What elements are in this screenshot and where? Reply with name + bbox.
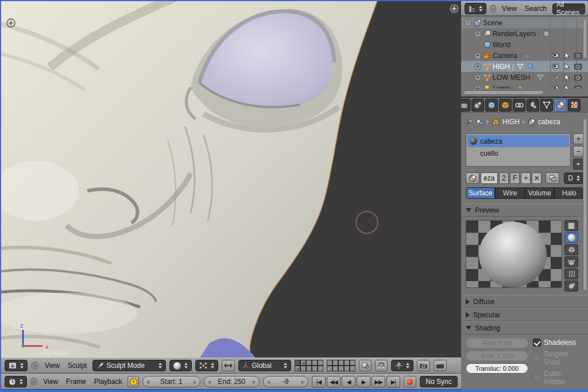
tab-texture[interactable] bbox=[568, 99, 581, 112]
layer-cell[interactable] bbox=[300, 366, 306, 371]
hide-toggle-icon[interactable] bbox=[552, 53, 559, 58]
expand-icon[interactable]: + bbox=[474, 85, 481, 89]
tab-world[interactable] bbox=[485, 99, 498, 112]
pin-icon[interactable] bbox=[466, 118, 473, 126]
layer-cell[interactable] bbox=[300, 360, 306, 366]
end-frame-field[interactable]: End: 250 bbox=[204, 376, 259, 387]
preview-range-toggle[interactable] bbox=[127, 376, 138, 387]
preview-flat-button[interactable] bbox=[564, 220, 578, 231]
selectable-toggle-icon[interactable] bbox=[564, 63, 570, 70]
panel-shading-header[interactable]: Shading bbox=[461, 321, 588, 335]
layer-cell[interactable] bbox=[327, 366, 332, 371]
tab-constraints[interactable] bbox=[513, 99, 525, 112]
outliner-menu-search[interactable]: Search bbox=[523, 5, 549, 13]
panel-specular-header[interactable]: Specular bbox=[461, 308, 588, 321]
breadcrumb-material[interactable]: cabeza bbox=[538, 118, 560, 126]
layer-cell[interactable] bbox=[332, 360, 338, 366]
tab-object[interactable] bbox=[499, 99, 512, 112]
render-toggle-icon[interactable] bbox=[574, 64, 582, 70]
sync-dropdown[interactable]: No Sync bbox=[420, 376, 458, 387]
outliner-row-high[interactable]: + HIGH | bbox=[461, 61, 588, 72]
outliner-horizontal-scrollbar[interactable] bbox=[463, 90, 544, 95]
panel-preview-header[interactable]: Preview bbox=[461, 203, 588, 217]
ambient-slider[interactable]: Amb: 1.000 bbox=[466, 351, 528, 361]
layer-cell[interactable] bbox=[332, 366, 338, 371]
snap-target-dropdown[interactable] bbox=[391, 360, 413, 371]
expand-icon[interactable]: + bbox=[474, 63, 481, 70]
material-slot-cuello[interactable]: cuello bbox=[467, 147, 569, 159]
outliner-row-scene[interactable]: − Scene bbox=[461, 17, 588, 28]
tab-render[interactable] bbox=[461, 99, 470, 112]
translucency-slider[interactable]: Transluc: 0.000 bbox=[466, 363, 528, 374]
mode-volume-button[interactable]: Volume bbox=[525, 187, 554, 199]
hide-toggle-icon[interactable] bbox=[552, 86, 559, 89]
editor-type-dropdown[interactable] bbox=[5, 360, 28, 371]
layer-cell[interactable] bbox=[318, 366, 323, 371]
play-reverse-button[interactable]: ◀ bbox=[342, 376, 355, 387]
npanel-expand-icon[interactable] bbox=[450, 5, 458, 13]
material-slot-list[interactable]: cabeza cuello bbox=[466, 133, 571, 167]
start-frame-field[interactable]: Start: 1 bbox=[142, 376, 201, 387]
viewport-shading-dropdown[interactable] bbox=[169, 360, 192, 371]
fake-user-button[interactable]: F bbox=[510, 172, 520, 184]
tab-object-data[interactable] bbox=[540, 99, 553, 112]
outliner-collapse-button[interactable]: − bbox=[490, 5, 496, 13]
selectable-toggle-icon[interactable] bbox=[564, 52, 570, 59]
layers-widget[interactable] bbox=[295, 360, 355, 371]
material-slot-cabeza[interactable]: cabeza bbox=[467, 135, 569, 147]
jump-to-start-button[interactable]: |◀ bbox=[312, 376, 326, 387]
new-material-button[interactable]: + bbox=[521, 172, 531, 184]
layer-cell[interactable] bbox=[306, 366, 312, 371]
layer-cell[interactable] bbox=[350, 366, 355, 371]
layer-cell[interactable] bbox=[344, 360, 350, 366]
layer-cell[interactable] bbox=[295, 360, 300, 366]
layer-cell[interactable] bbox=[350, 360, 355, 366]
tangent-shad-checkbox[interactable] bbox=[533, 354, 540, 362]
next-keyframe-button[interactable]: ▶▶ bbox=[372, 376, 385, 387]
selectable-toggle-icon[interactable] bbox=[564, 84, 570, 89]
3d-viewport[interactable]: User Ortho (-9) HIGH z x bbox=[1, 1, 461, 358]
tab-scene[interactable] bbox=[471, 99, 484, 112]
outliner-editor-type-dropdown[interactable] bbox=[465, 3, 486, 14]
pivot-point-dropdown[interactable] bbox=[195, 360, 218, 371]
layer-cell[interactable] bbox=[295, 366, 300, 371]
outliner-row-lowmesh[interactable]: + LOW MESH | bbox=[461, 72, 588, 83]
nodes-toggle-button[interactable] bbox=[546, 172, 559, 184]
preview-monkey-button[interactable] bbox=[564, 256, 578, 267]
mode-dropdown[interactable]: Sculpt Mode bbox=[92, 360, 166, 371]
layer-cell[interactable] bbox=[338, 360, 344, 366]
preview-hair-button[interactable] bbox=[564, 268, 578, 279]
expand-icon[interactable]: + bbox=[474, 30, 481, 37]
opengl-render-anim-button[interactable] bbox=[434, 360, 447, 371]
collapse-icon[interactable]: − bbox=[465, 20, 471, 26]
layer-cell[interactable] bbox=[338, 366, 344, 371]
timeline-collapse-button[interactable]: − bbox=[30, 378, 37, 386]
material-name-field[interactable]: eza bbox=[481, 172, 498, 184]
timeline-menu-playback[interactable]: Playback bbox=[92, 378, 125, 386]
prev-keyframe-button[interactable]: ◀◀ bbox=[327, 376, 341, 387]
menu-sculpt[interactable]: Sculpt bbox=[65, 362, 89, 370]
properties-vertical-scrollbar[interactable] bbox=[583, 118, 587, 291]
scene-lock-button[interactable] bbox=[359, 360, 372, 371]
expand-icon[interactable]: + bbox=[474, 52, 481, 59]
orientation-dropdown[interactable]: Global bbox=[238, 360, 291, 371]
users-count-button[interactable]: 2 bbox=[499, 172, 509, 184]
shadeless-checkbox[interactable] bbox=[533, 339, 541, 347]
render-toggle-icon[interactable] bbox=[574, 75, 582, 80]
layer-cell[interactable] bbox=[312, 360, 318, 366]
render-toggle-icon[interactable] bbox=[574, 53, 582, 59]
preview-cube-button[interactable] bbox=[564, 244, 578, 255]
layer-cell[interactable] bbox=[344, 366, 350, 371]
mode-halo-button[interactable]: Halo bbox=[554, 187, 583, 199]
tab-modifiers[interactable] bbox=[527, 99, 539, 112]
render-toggle-icon[interactable] bbox=[574, 86, 582, 89]
selectable-toggle-icon[interactable] bbox=[564, 74, 570, 81]
layer-cell[interactable] bbox=[327, 360, 332, 366]
preview-world-button[interactable] bbox=[564, 280, 578, 291]
outliner-row-camera[interactable]: + Camera | bbox=[461, 50, 588, 61]
layer-cell[interactable] bbox=[312, 366, 318, 371]
emit-slider[interactable]: Emit: 0.00 bbox=[466, 338, 528, 348]
outliner-menu-view[interactable]: View bbox=[500, 5, 519, 13]
outliner-vertical-scrollbar[interactable] bbox=[583, 18, 587, 59]
header-collapse-button[interactable]: − bbox=[31, 362, 39, 370]
